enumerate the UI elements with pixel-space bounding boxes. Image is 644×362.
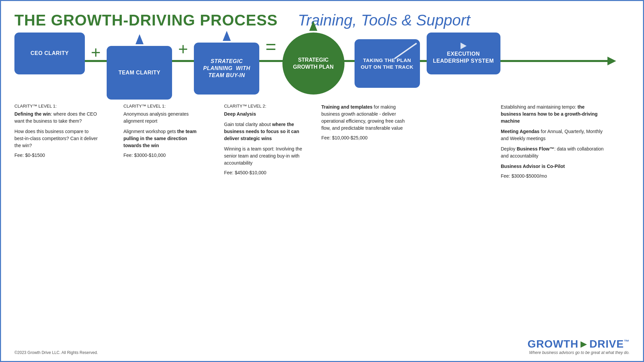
team-up-arrow bbox=[136, 34, 144, 44]
strategic-planning-box: STRATEGICPLANNING WITHTEAM BUY-IN bbox=[194, 43, 259, 95]
ceo-text1: Defining the win: where does the CEO wan… bbox=[14, 111, 98, 125]
col-ceo: CLARITY™ LEVEL 1: Defining the win: wher… bbox=[14, 104, 98, 158]
logo-drive-arrow: ► bbox=[579, 338, 590, 350]
ceo-text1-bold: Defining the win bbox=[14, 111, 51, 117]
col-strategic: CLARITY™ LEVEL 2: Deep Analysis Gain tot… bbox=[224, 104, 303, 175]
ceo-fee: Fee: $0-$1500 bbox=[14, 153, 98, 158]
strategic-planning-label: STRATEGICPLANNING WITHTEAM BUY-IN bbox=[203, 58, 250, 79]
team-text2-pre: Alignment workshop gets bbox=[123, 129, 177, 134]
exec-text4-bold: Business Advisor is Co-Pilot bbox=[501, 164, 565, 169]
strategic-text3: Winning is a team sport: Involving the s… bbox=[224, 145, 303, 167]
content-row: CLARITY™ LEVEL 1: Defining the win: wher… bbox=[14, 104, 630, 179]
taking-plan-box: TAKING THE PLAN OUT ON THE TRACK bbox=[355, 39, 420, 88]
exec-text2: Meeting Agendas for Annual, Quarterly, M… bbox=[501, 128, 605, 142]
growth-up-arrow bbox=[309, 21, 317, 31]
strategic-text2-pre: Gain total clarity about bbox=[224, 122, 272, 127]
execution-box: EXECUTION LEADERSHIP SYSTEM bbox=[427, 33, 500, 74]
team-fee: Fee: $3000-$10,000 bbox=[123, 153, 201, 158]
logo-container: GROWTH►DRIVE™ Where business advisors go… bbox=[528, 338, 630, 355]
strategic-fee: Fee: $4500-$10,000 bbox=[224, 170, 303, 175]
plus-operator-1: + bbox=[85, 43, 107, 62]
col-execution: Establishing and maintaining tempo: the … bbox=[501, 104, 605, 179]
logo-growth: GROWTH bbox=[528, 338, 579, 350]
main-title-green: THE GROWTH-DRIVING PROCESS bbox=[14, 11, 278, 29]
exec-text3-pre: Deploy bbox=[501, 146, 517, 152]
growth-text1: Training and templates for making busine… bbox=[321, 104, 405, 132]
growth-fee: Fee: $10,000-$25,000 bbox=[321, 135, 405, 140]
strategic-box-wrapper: STRATEGICPLANNING WITHTEAM BUY-IN bbox=[194, 43, 259, 95]
taking-box-wrapper: TAKING THE PLAN OUT ON THE TRACK bbox=[355, 39, 420, 88]
exec-text3-bold: Business Flow™ bbox=[517, 146, 554, 152]
team-clarity-box: TEAM CLARITY bbox=[107, 46, 172, 100]
strategic-clarity-label: CLARITY™ LEVEL 2: bbox=[224, 104, 303, 109]
strategic-text2: Gain total clarity about where the busin… bbox=[224, 121, 303, 142]
logo-sub: Where business advisors go to be great a… bbox=[529, 350, 630, 355]
team-text1: Anonymous analysis generates alignment r… bbox=[123, 111, 201, 125]
team-text2: Alignment workshop gets the team pulling… bbox=[123, 128, 201, 149]
timeline-section: CEO CLARITY + TEAM CLARITY + STRATEGICPL… bbox=[14, 33, 630, 179]
copyright: ©2023 Growth Drive LLC. All Rights Reser… bbox=[14, 350, 98, 355]
col-team: CLARITY™ LEVEL 1: Anonymous analysis gen… bbox=[123, 104, 201, 158]
exec-text3: Deploy Business Flow™: data with collabo… bbox=[501, 145, 605, 160]
exec-arrow-icon bbox=[461, 43, 467, 49]
exec-text4: Business Advisor is Co-Pilot bbox=[501, 163, 605, 170]
exec-text1: Establishing and maintaining tempo: the … bbox=[501, 104, 605, 125]
strategic-text1: Deep Analysis bbox=[224, 111, 303, 118]
exec-fee: Fee: $3000-$5000/mo bbox=[501, 173, 605, 179]
strategic-growth-circle: STRATEGIC GROWTH PLAN bbox=[282, 33, 344, 95]
main-container: THE GROWTH-DRIVING PROCESS Training, Too… bbox=[1, 1, 643, 361]
ceo-clarity-label: CLARITY™ LEVEL 1: bbox=[14, 104, 98, 109]
footer: ©2023 Growth Drive LLC. All Rights Reser… bbox=[14, 338, 630, 355]
ceo-box-wrapper: CEO CLARITY bbox=[14, 33, 85, 74]
equals-operator: = bbox=[259, 36, 282, 57]
ceo-text2: How does this business compare to best-i… bbox=[14, 128, 98, 149]
ceo-clarity-box: CEO CLARITY bbox=[14, 33, 85, 74]
exec-text1-pre: Establishing and maintaining tempo: bbox=[501, 104, 578, 110]
growth-box-wrapper: STRATEGIC GROWTH PLAN bbox=[282, 33, 344, 95]
logo-text: GROWTH►DRIVE™ bbox=[528, 338, 630, 350]
logo-tm: ™ bbox=[624, 339, 630, 345]
execution-box-wrapper: EXECUTION LEADERSHIP SYSTEM bbox=[427, 33, 500, 74]
boxes-row: CEO CLARITY + TEAM CLARITY + STRATEGICPL… bbox=[14, 33, 630, 100]
strategic-up-arrow bbox=[223, 31, 231, 41]
logo-drive: DRIVE bbox=[589, 338, 624, 350]
team-clarity-label: CLARITY™ LEVEL 1: bbox=[123, 104, 201, 109]
strategic-text1-bold: Deep Analysis bbox=[224, 111, 256, 117]
execution-label: EXECUTION LEADERSHIP SYSTEM bbox=[431, 51, 496, 65]
team-box-wrapper: TEAM CLARITY bbox=[107, 46, 172, 100]
exec-text2-bold: Meeting Agendas bbox=[501, 129, 539, 134]
plus-operator-2: + bbox=[172, 39, 194, 59]
growth-text1-bold: Training and templates bbox=[321, 104, 372, 110]
header: THE GROWTH-DRIVING PROCESS Training, Too… bbox=[14, 11, 630, 29]
main-title-blue: Training, Tools & Support bbox=[298, 11, 470, 29]
col-growth: Training and templates for making busine… bbox=[321, 104, 405, 140]
